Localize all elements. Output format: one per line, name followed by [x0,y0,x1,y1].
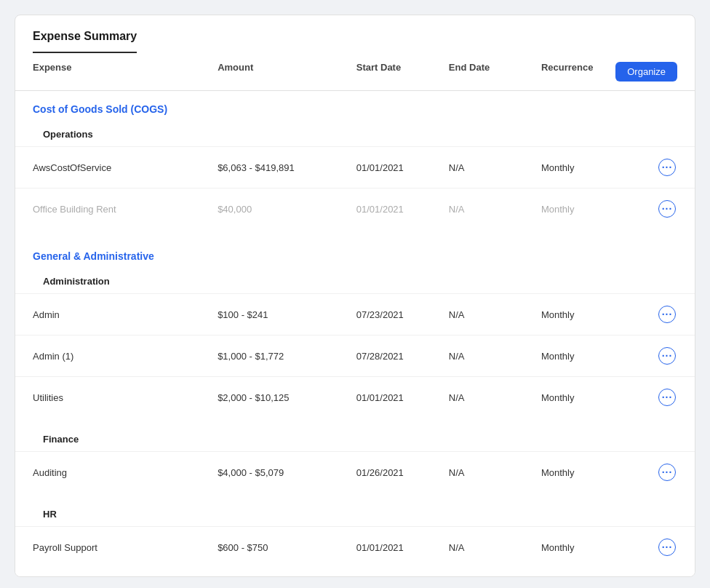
more-options-icon: ··· [658,200,676,218]
table-row: Auditing $4,000 - $5,079 01/26/2021 N/A … [15,451,695,493]
table-row: Utilities $2,000 - $10,125 01/01/2021 N/… [15,376,695,418]
expense-recurrence: Monthly [541,309,634,320]
expense-start-date: 01/26/2021 [356,467,449,478]
expense-end-date: N/A [449,351,541,362]
table-row: Admin $100 - $241 07/23/2021 N/A Monthly… [15,293,695,335]
page-title: Expense Summary [33,30,137,53]
organize-button[interactable]: Organize [615,62,677,82]
more-options-icon: ··· [658,306,676,323]
expense-end-date: N/A [449,204,541,215]
subcategory-spacer [15,493,695,501]
expense-name: Admin (1) [33,351,218,362]
more-options-button[interactable]: ··· [657,304,677,325]
subcategory-title-hr: HR [43,509,57,520]
expense-amount: $40,000 [218,204,356,215]
expense-end-date: N/A [449,392,541,403]
expense-recurrence: Monthly [541,351,634,362]
category-title-cogs: Cost of Goods Sold (COGS) [33,103,167,115]
action-icon-cell: ··· [634,387,677,408]
action-icon-cell: ··· [634,199,677,219]
expense-recurrence: Monthly [541,542,634,553]
expense-recurrence: Monthly [541,392,634,403]
expense-amount: $2,000 - $10,125 [218,392,356,403]
subcategory-header-finance: Finance [15,426,695,451]
action-icon-cell: ··· [634,304,677,325]
subcategory-title-finance: Finance [43,434,79,445]
action-icon-cell: ··· [634,157,677,178]
expense-name: Payroll Support [33,542,218,553]
expense-name: Office Building Rent [33,204,218,215]
more-options-button[interactable]: ··· [657,462,677,482]
categories-container: Cost of Goods Sold (COGS)Operations AwsC… [15,91,695,576]
action-icon-cell: ··· [634,462,677,482]
category-header-g-and-a: General & Administrative [15,238,695,269]
expense-recurrence: Monthly [541,162,634,173]
action-icon-cell: ··· [634,537,677,557]
expense-end-date: N/A [449,309,541,320]
subcategory-spacer [15,229,695,238]
expense-recurrence: Monthly [541,467,634,478]
more-options-button[interactable]: ··· [657,387,677,408]
subcategory-header-administration: Administration [15,269,695,293]
more-options-button[interactable]: ··· [657,157,677,178]
expense-start-date: 07/23/2021 [356,309,449,320]
expense-name: Admin [33,309,218,320]
more-options-button[interactable]: ··· [657,346,677,366]
col-end-date: End Date [449,62,541,82]
card-header: Expense Summary [15,15,695,53]
expense-name: Auditing [33,467,218,478]
table-row: Payroll Support $600 - $750 01/01/2021 N… [15,526,695,568]
subcategory-title-administration: Administration [43,276,110,287]
table-row: AwsCostOfService $6,063 - $419,891 01/01… [15,146,695,188]
more-options-icon: ··· [658,347,676,365]
expense-start-date: 01/01/2021 [356,204,449,215]
table-header: Expense Amount Start Date End Date Recur… [15,53,695,91]
more-options-button[interactable]: ··· [657,537,677,557]
expense-amount: $4,000 - $5,079 [218,467,356,478]
more-options-button[interactable]: ··· [657,199,677,219]
organize-cell: Organize [634,62,677,82]
more-options-icon: ··· [658,389,676,406]
expense-name: Utilities [33,392,218,403]
expense-start-date: 01/01/2021 [356,162,449,173]
expense-end-date: N/A [449,542,541,553]
expense-summary-card: Expense Summary Expense Amount Start Dat… [15,15,695,577]
more-options-icon: ··· [658,159,676,176]
expense-end-date: N/A [449,467,541,478]
category-title-g-and-a: General & Administrative [33,250,154,262]
expense-end-date: N/A [449,162,541,173]
expense-recurrence: Monthly [541,204,634,215]
subcategory-spacer [15,418,695,426]
subcategory-header-hr: HR [15,501,695,526]
more-options-icon: ··· [658,464,676,481]
col-expense: Expense [33,62,218,82]
more-options-icon: ··· [658,539,676,556]
expense-start-date: 01/01/2021 [356,392,449,403]
expense-amount: $100 - $241 [218,309,356,320]
expense-amount: $1,000 - $1,772 [218,351,356,362]
expense-amount: $6,063 - $419,891 [218,162,356,173]
table-row: Office Building Rent $40,000 01/01/2021 … [15,188,695,229]
subcategory-spacer [15,568,695,576]
expense-start-date: 01/01/2021 [356,542,449,553]
subcategory-header-operations: Operations [15,122,695,146]
expense-amount: $600 - $750 [218,542,356,553]
expense-start-date: 07/28/2021 [356,351,449,362]
col-start-date: Start Date [356,62,449,82]
table-row: Admin (1) $1,000 - $1,772 07/28/2021 N/A… [15,335,695,376]
col-amount: Amount [218,62,356,82]
category-header-cogs: Cost of Goods Sold (COGS) [15,91,695,122]
subcategory-title-operations: Operations [43,129,93,140]
action-icon-cell: ··· [634,346,677,366]
expense-name: AwsCostOfService [33,162,218,173]
